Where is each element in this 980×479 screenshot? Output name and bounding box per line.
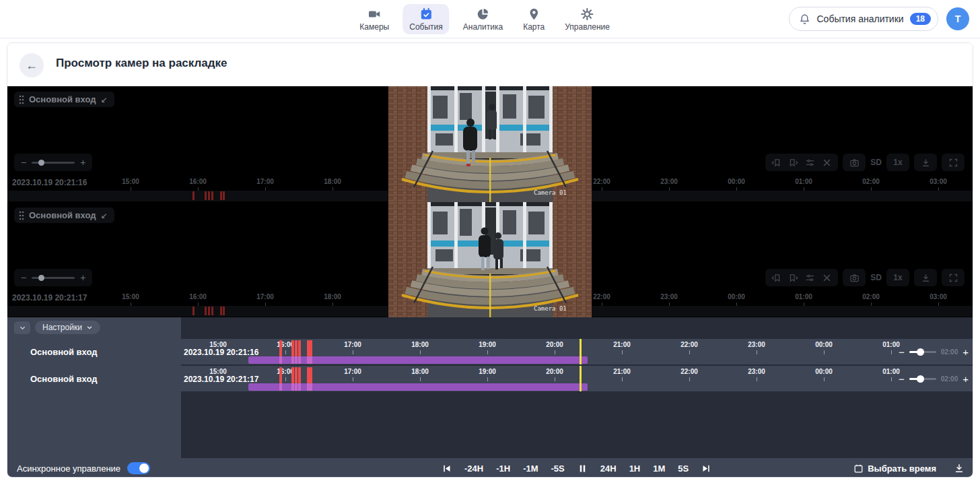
event-mark: [220, 307, 222, 315]
tick-label: 17:00: [344, 341, 361, 348]
snapshot-icon: [849, 158, 860, 168]
seek-forward-button-1m[interactable]: 1M: [653, 464, 665, 474]
zoom-slider[interactable]: [32, 162, 75, 164]
prev-bookmark-icon[interactable]: [771, 273, 781, 283]
nav-item-cameras[interactable]: Камеры: [353, 4, 396, 34]
zoom-slider[interactable]: [909, 351, 936, 353]
seek-forward-button-1h[interactable]: 1H: [629, 464, 641, 474]
avatar[interactable]: T: [946, 7, 969, 30]
seek-forward-button-5s[interactable]: 5S: [678, 464, 689, 474]
recording-bar[interactable]: [248, 356, 588, 364]
zoom-in-button[interactable]: +: [963, 374, 969, 384]
zoom-in-button[interactable]: +: [80, 158, 85, 167]
zoom-out-button[interactable]: −: [899, 374, 905, 384]
nav-item-events[interactable]: События: [403, 4, 450, 34]
tick-label: 23:00: [660, 293, 678, 300]
timeline-row[interactable]: 15:0016:0017:0018:0019:0020:0021:0022:00…: [181, 366, 973, 391]
map-icon: [527, 7, 540, 21]
video-toolbar: SD 1x: [765, 154, 965, 171]
zoom-in-button[interactable]: +: [963, 347, 969, 357]
quality-button[interactable]: SD: [870, 158, 882, 167]
analytics-events-badge: 18: [910, 13, 931, 25]
zoom-out-button[interactable]: −: [21, 273, 26, 282]
zoom-out-button[interactable]: −: [21, 158, 26, 167]
tick-label: 01:00: [795, 178, 812, 185]
zoom-slider-knob[interactable]: [38, 275, 44, 281]
pause-button[interactable]: [578, 464, 588, 474]
snapshot-button[interactable]: [843, 269, 866, 286]
skip-start-button[interactable]: [442, 464, 452, 474]
zoom-out-button[interactable]: −: [899, 347, 905, 357]
playhead[interactable]: [580, 366, 582, 391]
seek-back-button--1m[interactable]: -1M: [523, 464, 538, 474]
tick-label: 23:00: [660, 178, 678, 185]
camera-panel-title: Основной вход: [29, 210, 96, 220]
prev-bookmark-icon[interactable]: [771, 158, 781, 168]
zoom-in-button[interactable]: +: [80, 273, 85, 282]
nav-item-management[interactable]: Управление: [558, 4, 617, 34]
analytics-events-button[interactable]: События аналитики 18: [789, 7, 938, 31]
timeline-row-name: Основной вход: [30, 344, 97, 360]
close-icon[interactable]: [822, 158, 832, 168]
drag-handle-icon[interactable]: [19, 211, 24, 220]
download-button[interactable]: [914, 269, 937, 286]
download-button[interactable]: [914, 154, 937, 171]
collapse-panel-button[interactable]: [14, 321, 30, 334]
speed-button[interactable]: 1x: [886, 154, 909, 171]
minimize-icon[interactable]: ↙: [100, 95, 107, 104]
playhead[interactable]: [580, 339, 582, 364]
camera-video-frame[interactable]: Camera 01: [388, 86, 592, 202]
camera-panel-1: Camera 01 Основной вход ↙− + SD 1x 2023.…: [7, 86, 973, 202]
tick-mark: [487, 350, 488, 354]
filters-icon[interactable]: [805, 273, 815, 283]
zoom-slider-knob[interactable]: [38, 160, 44, 166]
minimize-icon[interactable]: ↙: [100, 211, 107, 220]
event-mark: [220, 191, 222, 200]
export-button[interactable]: [954, 463, 965, 474]
seek-back-button--24h[interactable]: -24H: [464, 464, 483, 474]
skip-end-button[interactable]: [701, 464, 711, 474]
page-title: Просмотр камер на раскладке: [56, 57, 228, 70]
event-mark: [279, 340, 282, 356]
fullscreen-icon: [948, 158, 958, 168]
close-icon[interactable]: [822, 273, 832, 283]
next-bookmark-icon[interactable]: [788, 158, 798, 168]
camera-video-frame[interactable]: Camera 01: [388, 202, 592, 317]
event-mark: [310, 340, 312, 356]
seek-forward-button-24h[interactable]: 24H: [600, 464, 617, 474]
bell-icon: [799, 13, 810, 25]
event-segment: [298, 356, 301, 364]
nav-item-map[interactable]: Карта: [516, 4, 551, 34]
zoom-slider-knob[interactable]: [917, 375, 924, 383]
seek-back-button--1h[interactable]: -1H: [496, 464, 510, 474]
download-icon: [954, 463, 965, 474]
nav-item-analytics[interactable]: Аналитика: [456, 4, 510, 34]
settings-dropdown[interactable]: Настройки: [35, 321, 100, 334]
zoom-slider[interactable]: [909, 378, 936, 380]
recording-bar[interactable]: [248, 383, 588, 391]
zoom-slider-knob[interactable]: [917, 348, 924, 356]
fullscreen-button[interactable]: [942, 154, 965, 171]
fullscreen-button[interactable]: [942, 269, 965, 286]
timeline-row[interactable]: 15:0016:0017:0018:0019:0020:0021:0022:00…: [181, 339, 973, 364]
event-mark: [298, 340, 301, 356]
snapshot-button[interactable]: [843, 154, 866, 171]
tick-mark: [689, 350, 690, 354]
event-mark: [295, 367, 298, 383]
tick-label: 23:00: [748, 368, 765, 375]
tick-label: 03:00: [930, 293, 947, 300]
filters-icon[interactable]: [805, 158, 815, 168]
next-bookmark-icon[interactable]: [788, 273, 798, 283]
event-segment: [295, 383, 298, 391]
tick-mark: [757, 377, 757, 381]
seek-back-button--5s[interactable]: -5S: [551, 464, 565, 474]
back-button[interactable]: ←: [20, 53, 44, 77]
quality-button[interactable]: SD: [870, 273, 882, 282]
video-toolbar: SD 1x: [765, 269, 965, 286]
drag-handle-icon[interactable]: [19, 95, 24, 104]
async-toggle[interactable]: [127, 462, 150, 474]
speed-button[interactable]: 1x: [886, 269, 909, 286]
tick-mark: [891, 377, 892, 381]
select-time-button[interactable]: Выбрать время: [849, 463, 940, 474]
zoom-slider[interactable]: [32, 277, 75, 279]
